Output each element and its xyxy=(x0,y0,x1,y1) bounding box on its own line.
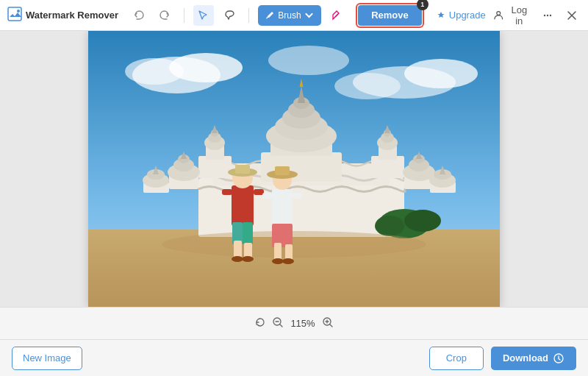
lasso-tool-button[interactable] xyxy=(220,5,240,26)
download-button[interactable]: Download xyxy=(491,347,576,370)
reset-zoom-button[interactable] xyxy=(254,316,266,330)
main-canvas-area xyxy=(0,31,588,307)
svg-point-13 xyxy=(268,46,349,75)
redo-button[interactable] xyxy=(155,5,176,26)
svg-point-80 xyxy=(282,258,294,264)
remove-button[interactable]: Remove xyxy=(358,5,422,26)
zoom-bar: 115% xyxy=(0,307,588,339)
login-button[interactable]: Log in xyxy=(493,4,532,26)
close-icon xyxy=(567,10,577,21)
footer-right: Crop Download xyxy=(429,347,576,370)
svg-point-68 xyxy=(232,256,243,262)
close-button[interactable] xyxy=(564,7,581,24)
chevron-down-icon xyxy=(304,10,314,20)
zoom-controls: 115% xyxy=(254,316,334,330)
zoom-value: 115% xyxy=(290,318,316,329)
menu-icon xyxy=(542,10,553,21)
svg-point-4 xyxy=(547,14,548,15)
badge-count: 1 xyxy=(417,0,429,10)
svg-point-59 xyxy=(162,231,426,258)
svg-point-9 xyxy=(125,58,184,85)
header-right: Upgrade Log in xyxy=(436,4,581,26)
clock-icon xyxy=(553,352,564,364)
download-label: Download xyxy=(503,352,548,363)
remove-button-border: Remove xyxy=(356,3,424,28)
brush-label: Brush xyxy=(278,10,301,21)
svg-rect-63 xyxy=(235,165,250,174)
remove-button-wrap: Remove 1 xyxy=(353,3,424,28)
brush-tool-button[interactable]: Brush xyxy=(258,5,320,26)
svg-rect-60 xyxy=(232,185,254,226)
svg-point-0 xyxy=(17,10,20,13)
svg-rect-1 xyxy=(8,7,21,21)
footer-bar: New Image Crop Download xyxy=(0,339,588,376)
svg-point-58 xyxy=(375,216,404,236)
svg-point-3 xyxy=(544,14,545,15)
svg-point-2 xyxy=(496,12,500,15)
upgrade-icon xyxy=(436,10,446,21)
user-icon xyxy=(493,10,504,21)
app-logo-icon xyxy=(7,7,22,24)
svg-rect-65 xyxy=(243,222,253,244)
login-label: Log in xyxy=(506,4,531,26)
app-logo: Watermark Remover xyxy=(7,7,118,24)
svg-point-69 xyxy=(242,256,254,262)
svg-point-5 xyxy=(550,14,551,15)
brush-icon xyxy=(265,10,275,20)
svg-point-57 xyxy=(404,210,441,232)
menu-button[interactable] xyxy=(539,7,556,24)
app-header: Watermark Remover Brush xyxy=(0,0,588,31)
separator2 xyxy=(248,8,249,23)
eraser-tool-button[interactable] xyxy=(327,5,348,26)
undo-button[interactable] xyxy=(129,5,149,26)
zoom-in-button[interactable] xyxy=(322,316,334,330)
svg-rect-82 xyxy=(293,193,302,199)
svg-rect-70 xyxy=(222,189,232,195)
svg-rect-72 xyxy=(272,189,293,226)
new-image-button[interactable]: New Image xyxy=(12,347,82,370)
svg-point-79 xyxy=(272,258,284,264)
image-container[interactable] xyxy=(88,31,500,307)
zoom-out-button[interactable] xyxy=(272,316,284,330)
svg-rect-71 xyxy=(254,189,264,195)
svg-rect-75 xyxy=(275,166,290,175)
svg-point-12 xyxy=(334,73,401,99)
scene-image xyxy=(88,31,500,307)
app-title: Watermark Remover xyxy=(26,10,118,21)
svg-rect-81 xyxy=(262,193,273,199)
svg-point-11 xyxy=(404,59,478,88)
upgrade-button[interactable]: Upgrade xyxy=(436,10,486,21)
crop-button[interactable]: Crop xyxy=(429,347,484,370)
select-tool-button[interactable] xyxy=(193,5,214,26)
upgrade-label: Upgrade xyxy=(449,10,486,21)
separator xyxy=(184,8,184,23)
